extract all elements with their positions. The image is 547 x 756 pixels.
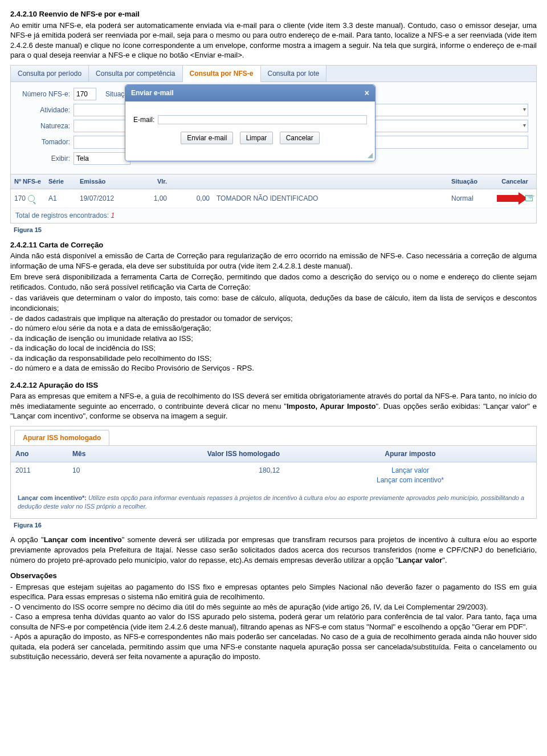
col-vlr: Vlr.	[128, 174, 170, 189]
cell-serie: A1	[45, 191, 76, 206]
cell-num: 170	[14, 194, 26, 202]
list-item: - das variáveis que determinam o valor d…	[10, 293, 537, 313]
input-email[interactable]	[158, 115, 367, 124]
label-exibir: Exibir:	[19, 154, 70, 163]
col-situacao: Situação	[448, 174, 493, 189]
label-email: E-mail:	[133, 115, 154, 124]
note: Lançar com incentivo*: Utilize esta opçã…	[11, 488, 536, 518]
table-header: Ano Mês Valor ISS homologado Apurar impo…	[11, 445, 536, 462]
list-item: - do número e a data de emissão do Recib…	[10, 363, 537, 373]
table-header: Nº NFS-e Série Emissão Vlr. Situação Can…	[11, 174, 536, 189]
figure-15: Consulta por período Consulta por compet…	[10, 65, 537, 223]
cell-v1: 1,00	[128, 191, 170, 206]
label-atividade: Atividade:	[19, 105, 70, 115]
close-icon[interactable]: ×	[365, 88, 369, 99]
dropdown-exibir[interactable]: Tela	[74, 152, 130, 165]
col-tomador	[213, 174, 448, 189]
dialog-title: Enviar e-mail	[131, 88, 174, 97]
input-numero[interactable]: 170	[74, 88, 96, 100]
paragraph: A opção "Lançar com incentivo" somente d…	[10, 535, 537, 565]
col-cancelar: Cancelar	[493, 174, 536, 189]
envelope-icon[interactable]	[525, 195, 533, 201]
obs-list: - Empresas que estejam sujeitas ao pagam…	[10, 582, 537, 662]
section-title-carta: 2.4.2.11 Carta de Correção	[10, 240, 537, 250]
list-item: - da indicação de isenção ou imunidade r…	[10, 334, 537, 344]
figure-caption: Figura 16	[14, 521, 537, 530]
list-item: - da indicação da responsabilidade pelo …	[10, 353, 537, 364]
cell-situacao: Normal	[448, 191, 493, 206]
btn-enviar-email[interactable]: Enviar e-mail	[181, 132, 233, 144]
cell-mes: 10	[68, 462, 136, 487]
list-item: - de dados cadastrais que implique na al…	[10, 314, 537, 324]
table-row: 170 A1 19/07/2012 1,00 0,00 TOMADOR NÃO …	[11, 189, 536, 208]
dialog-enviar-email: Enviar e-mail × E-mail: Enviar e-mail Li…	[125, 84, 375, 161]
cell-ano: 2011	[11, 462, 68, 487]
col-vlr2	[170, 174, 213, 189]
paragraph: Para as empresas que emitem a NFS-e, a g…	[10, 391, 537, 421]
figure-caption: Figura 15	[14, 226, 537, 234]
link-lancar-incentivo[interactable]: Lançar com incentivo*	[289, 475, 532, 485]
resize-handle-icon[interactable]: ◢	[125, 151, 375, 161]
tab-nfse[interactable]: Consulta por NFS-e	[183, 66, 261, 82]
link-lancar-valor[interactable]: Lançar valor	[289, 466, 532, 475]
list-item: - do número e/ou série da nota e a data …	[10, 323, 537, 334]
tab-bar: Consulta por período Consulta por compet…	[11, 66, 536, 82]
cell-tomador: TOMADOR NÃO IDENTIFICADO	[213, 191, 448, 206]
paragraph: Ainda não está disponível a emissão de C…	[10, 251, 537, 271]
col-mes: Mês	[68, 446, 136, 462]
table-footer: Total de registros encontrados: 1	[11, 208, 536, 223]
cell-emissao: 19/07/2012	[76, 191, 128, 206]
col-apurar: Apurar imposto	[284, 446, 536, 462]
tab-apurar-iss[interactable]: Apurar ISS homologado	[14, 430, 109, 445]
label-tomador: Tomador:	[19, 137, 70, 147]
col-serie: Série	[45, 174, 76, 189]
btn-cancelar[interactable]: Cancelar	[280, 132, 320, 144]
section-title-apuracao: 2.4.2.12 Apuração do ISS	[10, 380, 537, 391]
col-emissao: Emissão	[76, 174, 128, 189]
label-natureza: Natureza:	[19, 121, 70, 131]
col-ano: Ano	[11, 446, 68, 462]
col-valor: Valor ISS homologado	[136, 446, 284, 462]
table-row: 2011 10 180,12 Lançar valor Lançar com i…	[11, 462, 536, 487]
cell-valor: 180,12	[136, 462, 284, 487]
list-item: - O vencimento do ISS ocorre sempre no d…	[10, 602, 537, 612]
section-title-reenvio: 2.4.2.10 Reenvio de NFS-e por e-mail	[10, 9, 537, 19]
tab-periodo[interactable]: Consulta por período	[11, 66, 89, 82]
list-item: - Caso a empresa tenha dúvidas quanto ao…	[10, 612, 537, 632]
paragraph: Em breve será disponibilizada a ferramen…	[10, 272, 537, 292]
tab-lote[interactable]: Consulta por lote	[261, 66, 327, 82]
label-numero: Número NFS-e:	[19, 90, 70, 99]
arrow-right-icon	[497, 192, 524, 205]
figure-16: Apurar ISS homologado Ano Mês Valor ISS …	[10, 426, 537, 519]
cell-v2: 0,00	[170, 191, 213, 206]
col-numero: Nº NFS-e	[11, 174, 45, 189]
tab-competencia[interactable]: Consulta por competência	[89, 66, 182, 82]
paragraph: Ao emitir uma NFS-e, ela poderá ser auto…	[10, 21, 537, 60]
bullet-list: - das variáveis que determinam o valor d…	[10, 293, 537, 373]
magnify-icon[interactable]	[28, 195, 35, 202]
btn-limpar[interactable]: Limpar	[240, 132, 274, 144]
list-item: - Após a apuração do imposto, as NFS-e c…	[10, 632, 537, 662]
obs-title: Observações	[10, 571, 537, 581]
list-item: - da indicação do local de incidência do…	[10, 343, 537, 353]
list-item: - Empresas que estejam sujeitas ao pagam…	[10, 582, 537, 602]
